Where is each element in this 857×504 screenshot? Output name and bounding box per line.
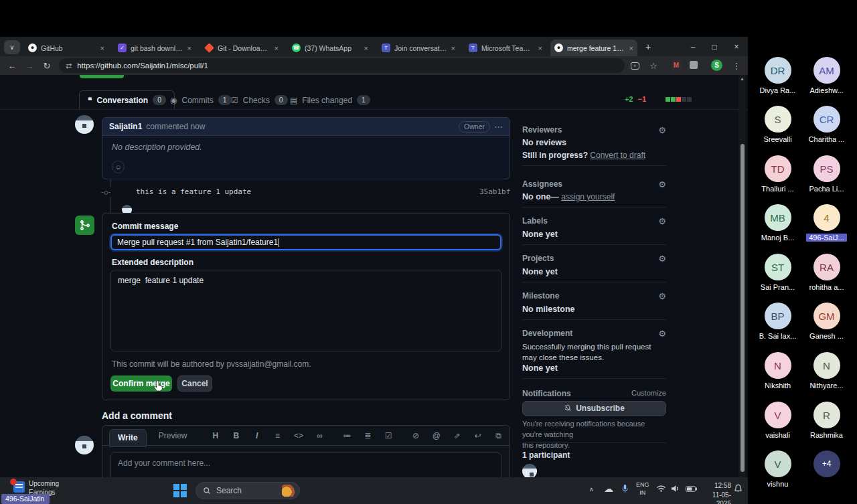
avatar[interactable] <box>75 115 94 134</box>
taskbar-search-box[interactable]: Search <box>196 482 300 499</box>
commit-sha-link[interactable]: 35ab1bf <box>479 187 510 196</box>
commit-message-input[interactable]: Merge pull request #1 from Saijatin1/fea… <box>110 234 501 250</box>
tab-close-icon[interactable]: × <box>100 44 104 52</box>
gear-icon[interactable]: ⚙ <box>658 179 666 189</box>
participant-tile[interactable]: CRCharitha ... <box>802 106 851 143</box>
tab-commits[interactable]: ◉ Commits 1 <box>170 90 232 110</box>
browser-tab-merge-active[interactable]: ● merge feature 1 upd × <box>550 39 637 56</box>
tray-chevron-icon[interactable]: ∧ <box>589 486 594 493</box>
scroll-up-arrow-icon[interactable]: ▲ <box>738 76 746 81</box>
save-to-device-icon[interactable]: + <box>628 59 641 72</box>
tab-close-icon[interactable]: × <box>629 44 633 52</box>
search-highlight-image[interactable] <box>282 485 295 497</box>
cross-reference-icon[interactable]: ⇗ <box>453 431 461 440</box>
mcafee-extension-icon[interactable]: M <box>671 60 682 70</box>
customize-link[interactable]: Customize <box>631 389 666 397</box>
new-tab-button[interactable]: + <box>640 37 656 56</box>
scrollbar-thumb[interactable] <box>741 144 745 472</box>
window-close-button[interactable]: × <box>726 37 747 56</box>
mention-icon[interactable]: @ <box>433 431 441 440</box>
gear-icon[interactable]: ⚙ <box>658 254 666 264</box>
italic-icon[interactable]: I <box>252 431 261 440</box>
participant-tile[interactable]: BPB. Sai lax... <box>753 303 802 340</box>
participant-tile[interactable]: Vvishnu <box>753 450 802 488</box>
participant-avatar[interactable] <box>522 464 537 477</box>
microphone-icon[interactable] <box>621 484 629 494</box>
extensions-puzzle-icon[interactable] <box>690 61 698 69</box>
notifications-bell-icon[interactable] <box>734 484 743 493</box>
participant-tile-presenter[interactable]: 4496-SaiJ... <box>802 204 851 242</box>
paperclip-icon[interactable]: ⊘ <box>412 431 420 440</box>
bookmark-star-icon[interactable]: ☆ <box>647 59 660 72</box>
gear-icon[interactable]: ⚙ <box>658 125 666 135</box>
participant-tile[interactable]: TDThalluri ... <box>753 155 802 193</box>
cancel-button[interactable]: Cancel <box>177 375 212 392</box>
back-icon[interactable]: ← <box>5 59 19 72</box>
bold-icon[interactable]: B <box>232 431 240 440</box>
code-icon[interactable]: <> <box>294 431 303 440</box>
numbered-list-icon[interactable]: ≔ <box>343 431 352 440</box>
comment-textarea[interactable]: Add your comment here... <box>110 452 501 477</box>
gear-icon[interactable]: ⚙ <box>658 329 666 339</box>
refresh-icon[interactable]: ↻ <box>40 59 54 72</box>
participant-tile[interactable]: STSai Pran... <box>753 254 802 291</box>
participant-tile[interactable]: AMAdieshw... <box>802 57 851 94</box>
tab-preview[interactable]: Preview <box>159 431 187 440</box>
tab-search-chevron-icon[interactable]: ∨ <box>4 40 20 54</box>
heading-icon[interactable]: H <box>211 431 220 440</box>
tab-files-changed[interactable]: ▤ Files changed 1 <box>290 90 370 110</box>
site-settings-icon[interactable]: ⇄ <box>66 62 72 70</box>
window-minimize-button[interactable]: – <box>683 37 703 56</box>
comment-author[interactable]: Saijatin1 <box>109 122 142 131</box>
language-indicator[interactable]: ENGIN <box>636 481 649 497</box>
gear-icon[interactable]: ⚙ <box>658 216 666 226</box>
widgets-icon[interactable] <box>13 481 25 493</box>
speaker-icon[interactable] <box>671 485 680 493</box>
participant-overflow-tile[interactable]: +4 <box>802 450 851 480</box>
tab-close-icon[interactable]: × <box>364 44 368 52</box>
emoji-reaction-button[interactable]: ☺ <box>112 161 125 173</box>
address-bar[interactable]: ⇄ https://github.com/Saijatin1/mlsc/pull… <box>59 58 625 73</box>
quote-icon[interactable]: ≡ <box>273 431 282 440</box>
unsubscribe-button[interactable]: Unsubscribe <box>522 401 666 416</box>
window-maximize-button[interactable]: □ <box>704 37 724 56</box>
tab-close-icon[interactable]: × <box>538 44 542 52</box>
participant-tile[interactable]: DRDivya Ra... <box>753 57 802 94</box>
link-icon[interactable]: ∞ <box>315 431 324 440</box>
participant-tile[interactable]: GMGanesh ... <box>802 303 851 340</box>
wifi-icon[interactable] <box>656 485 666 493</box>
tab-close-icon[interactable]: × <box>451 44 455 52</box>
participant-tile[interactable]: Vvaishali <box>753 402 802 439</box>
slash-command-icon[interactable]: ⧉ <box>494 431 503 440</box>
avatar[interactable] <box>75 436 94 454</box>
commit-message-link[interactable]: this is a feature 1 update <box>136 187 251 196</box>
bulleted-list-icon[interactable]: ≣ <box>364 431 372 440</box>
browser-tab-teams-meeting[interactable]: T Microsoft Teams me × <box>465 39 546 56</box>
start-button-icon[interactable] <box>173 484 187 497</box>
tab-checks[interactable]: ☑ Checks 0 <box>231 90 288 110</box>
browser-tab-join-conversation[interactable]: T Join conversation × <box>378 39 459 56</box>
participant-tile[interactable]: NNithyare... <box>802 352 851 390</box>
browser-tab-gitscm[interactable]: Git - Downloading Pa × <box>201 39 283 56</box>
forward-icon[interactable]: → <box>23 59 36 72</box>
task-list-icon[interactable]: ☑ <box>384 431 393 440</box>
tab-conversation[interactable]: ❝ Conversation 0 <box>79 90 175 110</box>
onedrive-cloud-icon[interactable]: ☁ <box>604 483 613 494</box>
clock[interactable]: 12:58 11-05-2025 <box>700 481 731 504</box>
url-text[interactable]: https://github.com/Saijatin1/mlsc/pull/1 <box>77 62 208 70</box>
reply-icon[interactable]: ↩ <box>473 431 482 440</box>
tab-write[interactable]: Write <box>109 429 147 447</box>
browser-profile-avatar[interactable]: S <box>711 60 722 71</box>
participant-tile[interactable]: RRashmika <box>802 402 851 439</box>
tab-close-icon[interactable]: × <box>275 44 279 52</box>
browser-tab-whatsapp[interactable]: ☎ (37) WhatsApp × <box>288 39 372 56</box>
participant-tile[interactable]: SSreevalli <box>753 106 802 143</box>
browser-tab-gitbash[interactable]: ✓ git bash download - × <box>114 39 196 56</box>
participant-tile[interactable]: RArohitha a... <box>802 254 851 291</box>
participant-tile[interactable]: PSPacha Li... <box>802 155 851 193</box>
battery-icon[interactable] <box>686 486 697 492</box>
extended-description-textarea[interactable]: merge feature 1 update <box>110 270 501 351</box>
participant-tile[interactable]: NNikshith <box>753 352 802 390</box>
participant-tile[interactable]: MBManoj B... <box>753 204 802 242</box>
gear-icon[interactable]: ⚙ <box>658 291 666 301</box>
